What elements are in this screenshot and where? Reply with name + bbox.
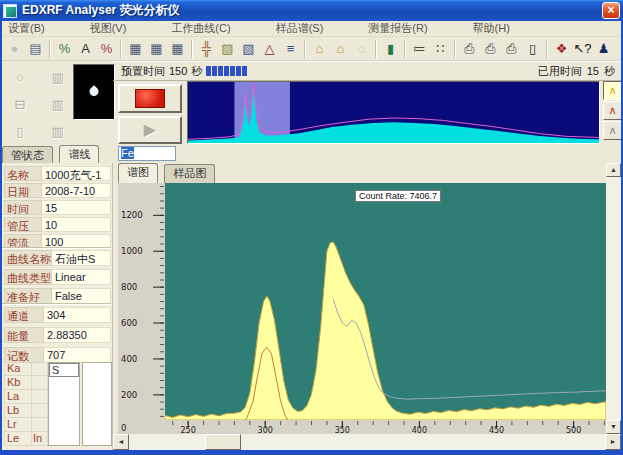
field-value: False: [52, 288, 111, 304]
toolbar-separator: [49, 40, 51, 58]
line-table-row: Kb: [4, 376, 48, 390]
elapsed-time-unit: 秒: [604, 64, 615, 79]
field-row: 名称1000充气-1: [4, 166, 111, 181]
menu-item-3[interactable]: 工作曲线(C): [171, 21, 230, 36]
field-value: 707: [44, 347, 111, 363]
new-table-icon[interactable]: ▦: [125, 39, 146, 59]
svg-text:300: 300: [258, 426, 273, 434]
context-help-icon[interactable]: ↖?: [572, 39, 593, 59]
preview-gray-peak-button[interactable]: ∧: [603, 121, 622, 140]
preview-yellow-peak-button[interactable]: ∧: [603, 81, 622, 100]
field-row: 日期2008-7-10: [4, 183, 111, 198]
chart-tab-bar: 谱图 样品图: [118, 163, 217, 181]
field-row: 曲线类型Linear: [4, 269, 111, 285]
delete-table-icon[interactable]: ▦: [146, 39, 167, 59]
preset-time-value: 150: [169, 65, 187, 77]
tab-sample-view[interactable]: 样品图: [164, 164, 215, 183]
line-label: Lb: [4, 404, 32, 418]
tab-spectrum-view[interactable]: 谱图: [118, 163, 158, 183]
menu-item-4[interactable]: 样品谱(S): [276, 21, 324, 36]
scroll-right-button[interactable]: ►: [605, 434, 621, 450]
percent-calib-icon[interactable]: %: [54, 39, 75, 59]
menu-item-5[interactable]: 测量报告(R): [368, 21, 427, 36]
gauge-icon: ▥: [46, 67, 70, 88]
field-value: 2.88350: [44, 327, 111, 343]
print-icon[interactable]: ⎙: [459, 39, 480, 59]
energy-calib-icon[interactable]: A: [75, 39, 96, 59]
element-input[interactable]: Fe: [118, 146, 176, 161]
svg-text:800: 800: [121, 282, 137, 292]
connect-icon: ●: [4, 39, 25, 59]
start-button[interactable]: ▶: [118, 116, 182, 144]
preset-time-unit: 秒: [191, 64, 202, 79]
home-save-icon[interactable]: ⌂: [330, 39, 351, 59]
vertical-scrollbar[interactable]: ▲ ▼: [606, 163, 621, 434]
menu-item-2[interactable]: 视图(V): [90, 21, 127, 36]
title-bar[interactable]: EDXRF Analyser 荧光分析仪 ×: [0, 0, 623, 21]
menu-bar: 设置(B)视图(V)工作曲线(C)样品谱(S)测量报告(R)帮助(H): [0, 21, 623, 37]
calculator-icon[interactable]: ▯: [522, 39, 543, 59]
sample-drop-display: [73, 64, 115, 120]
progress-block: [212, 66, 217, 76]
field-value: 304: [44, 307, 111, 323]
line-table-row: Lr: [4, 418, 48, 432]
menu-item-6[interactable]: 帮助(H): [473, 21, 510, 36]
home-icon[interactable]: ⌂: [309, 39, 330, 59]
grid-icon[interactable]: ╬: [196, 39, 217, 59]
spectrum-chart[interactable]: 200400600800100012000250300350400450500: [118, 183, 606, 434]
line-element: [32, 362, 48, 376]
print-setup-icon[interactable]: ⎙: [480, 39, 501, 59]
horizontal-scroll-thumb[interactable]: [205, 434, 241, 450]
preview-red-peak-button[interactable]: ∧: [603, 101, 622, 120]
line-label: La: [4, 390, 32, 404]
find-user-icon[interactable]: ♟: [593, 39, 614, 59]
modify-table-icon[interactable]: ▦: [167, 39, 188, 59]
list-view-icon[interactable]: ≡: [280, 39, 301, 59]
element-listbox[interactable]: S: [48, 362, 80, 446]
line-table-row: Lb: [4, 404, 48, 418]
count-rate-label: Count Rate: 7406.7: [355, 190, 441, 202]
line-element: [32, 390, 48, 404]
svg-text:200: 200: [121, 390, 137, 400]
scroll-up-button[interactable]: ▲: [606, 163, 621, 177]
toolbar-separator: [304, 40, 306, 58]
document-icon: ▯: [8, 121, 32, 142]
peak-mark-icon[interactable]: △: [259, 39, 280, 59]
element-listbox-2[interactable]: [82, 362, 112, 446]
spectrum-preview[interactable]: [188, 82, 599, 143]
toolbar-separator: [375, 40, 377, 58]
region-select-icon[interactable]: ▨: [217, 39, 238, 59]
progress-block: [230, 66, 235, 76]
scroll-left-button[interactable]: ◄: [113, 434, 129, 450]
menu-item-1[interactable]: 设置(B): [8, 21, 45, 36]
battery-icon[interactable]: ▮: [380, 39, 401, 59]
field-row: 能量2.88350: [4, 327, 111, 343]
horizontal-scrollbar[interactable]: ◄ ►: [113, 434, 621, 450]
percent2-icon[interactable]: %: [96, 39, 117, 59]
line-label: Lr: [4, 418, 32, 432]
help-book-icon[interactable]: ❖: [551, 39, 572, 59]
droplet-icon: [88, 85, 101, 98]
chart-window-icon[interactable]: ▧: [238, 39, 259, 59]
svg-text:1200: 1200: [121, 210, 143, 220]
svg-text:450: 450: [489, 426, 504, 434]
preset-time-label: 预置时间: [121, 64, 165, 79]
tab-spectral-lines[interactable]: 谱线: [59, 145, 99, 165]
close-button[interactable]: ×: [602, 2, 620, 19]
line-table-row: Ka: [4, 362, 48, 376]
field-label: 记数: [4, 347, 44, 363]
print-preview-icon[interactable]: ⎙: [501, 39, 522, 59]
panel-separator: [2, 247, 111, 249]
list-items-icon[interactable]: ∷: [430, 39, 451, 59]
stop-button[interactable]: [118, 84, 182, 113]
manual-icon[interactable]: ▤: [25, 39, 46, 59]
svg-text:400: 400: [121, 354, 137, 364]
svg-text:600: 600: [121, 318, 137, 328]
spectrum-preview-frame: [187, 81, 600, 144]
element-list-item[interactable]: S: [49, 363, 79, 377]
line-element: [32, 404, 48, 418]
line-label: Le: [4, 432, 32, 446]
scroll-down-button[interactable]: ▼: [606, 420, 621, 434]
list-detail-icon[interactable]: ≔: [409, 39, 430, 59]
field-label: 通道: [4, 307, 44, 323]
